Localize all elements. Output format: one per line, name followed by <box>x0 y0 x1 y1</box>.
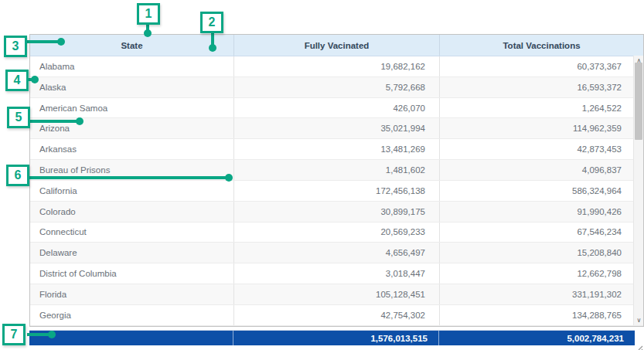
fully-vaccinated-cell: 30,899,175 <box>233 202 439 222</box>
table-row[interactable]: Alaska 5,792,668 16,593,372 <box>30 77 643 98</box>
total-vaccinations-cell: 91,990,426 <box>439 202 643 222</box>
totals-total-vaccinations: 5,002,784,231 <box>438 331 635 345</box>
table-row[interactable]: District of Columbia 3,018,447 12,662,79… <box>30 263 643 284</box>
annotation-6-anchor-dot <box>225 174 233 182</box>
fully-vaccinated-cell: 20,569,233 <box>233 223 439 243</box>
table-header-row: State Fully Vacinated Total Vaccinations <box>30 35 643 56</box>
scrollbar-thumb[interactable] <box>635 63 642 140</box>
data-table: State Fully Vacinated Total Vaccinations… <box>29 34 644 327</box>
annotation-5-box: 5 <box>7 107 30 128</box>
state-cell: California <box>30 181 233 201</box>
fully-vaccinated-cell: 105,128,451 <box>233 284 439 304</box>
fully-vaccinated-cell: 172,456,138 <box>233 181 439 201</box>
fully-vaccinated-cell: 3,018,447 <box>233 263 439 284</box>
annotation-6-box: 6 <box>6 165 29 186</box>
annotation-4-anchor-dot <box>31 76 39 83</box>
total-vaccinations-cell: 67,546,234 <box>439 223 643 243</box>
fully-vaccinated-cell: 426,070 <box>233 98 439 118</box>
table-row[interactable]: California 172,456,138 586,324,964 <box>30 181 643 202</box>
state-cell: Colorado <box>30 202 233 222</box>
total-vaccinations-cell: 114,962,359 <box>439 118 643 138</box>
total-vaccinations-cell: 1,264,522 <box>439 98 643 118</box>
annotation-6-connector <box>28 176 228 179</box>
fully-vaccinated-cell: 19,682,162 <box>233 56 439 76</box>
state-cell: Arkansas <box>30 139 233 159</box>
state-cell: Alaska <box>30 77 233 97</box>
fully-vaccinated-cell: 5,792,668 <box>233 77 439 97</box>
table-row[interactable]: Alabama 19,682,162 60,373,367 <box>30 56 643 77</box>
annotation-3-anchor-dot <box>57 38 65 46</box>
table-row[interactable]: Georgia 42,754,302 134,288,765 <box>30 305 643 326</box>
fully-vaccinated-cell: 4,656,497 <box>233 243 439 263</box>
annotation-2-box: 2 <box>200 12 223 33</box>
annotation-3-box: 3 <box>4 36 27 57</box>
total-vaccinations-cell: 4,096,837 <box>439 160 643 180</box>
vertical-scrollbar[interactable]: ∧ ∨ <box>633 56 643 325</box>
annotation-5-anchor-dot <box>76 117 83 125</box>
totals-fully-vaccinated: 1,576,013,515 <box>233 331 438 345</box>
resize-grip-icon[interactable] <box>635 340 643 348</box>
total-vaccinations-cell: 15,208,840 <box>439 243 643 263</box>
total-vaccinations-cell: 12,662,798 <box>439 263 643 284</box>
state-cell: Connecticut <box>30 223 233 243</box>
fully-vaccinated-cell: 1,481,602 <box>233 160 439 180</box>
header-cell-total-vaccinations[interactable]: Total Vaccinations <box>439 35 643 56</box>
table-row[interactable]: Delaware 4,656,497 15,208,840 <box>30 243 643 263</box>
table-row[interactable]: Florida 105,128,451 331,191,302 <box>30 284 643 305</box>
scroll-down-icon[interactable]: ∨ <box>634 315 644 325</box>
annotation-2-anchor-dot <box>209 44 216 52</box>
state-cell: American Samoa <box>30 98 233 118</box>
state-cell: District of Columbia <box>30 263 233 284</box>
state-cell: Georgia <box>30 305 233 325</box>
annotation-1-anchor-dot <box>144 29 152 37</box>
totals-state-cell <box>29 331 233 345</box>
annotation-7-box: 7 <box>2 324 26 345</box>
fully-vaccinated-cell: 35,021,994 <box>233 118 439 138</box>
table-row[interactable]: Arkansas 13,481,269 42,873,453 <box>30 139 643 160</box>
total-vaccinations-cell: 331,191,302 <box>439 284 643 304</box>
total-vaccinations-cell: 586,324,964 <box>439 181 643 201</box>
table-body: Alabama 19,682,162 60,373,367 Alaska 5,7… <box>30 56 643 326</box>
total-vaccinations-cell: 134,288,765 <box>439 305 643 325</box>
state-cell: Delaware <box>30 243 233 263</box>
table-row[interactable]: American Samoa 426,070 1,264,522 <box>30 98 643 119</box>
table-row[interactable]: Colorado 30,899,175 91,990,426 <box>30 202 643 223</box>
header-cell-fully-vaccinated[interactable]: Fully Vacinated <box>233 35 439 56</box>
table-row[interactable]: Connecticut 20,569,233 67,546,234 <box>30 223 643 243</box>
fully-vaccinated-cell: 13,481,269 <box>233 139 439 159</box>
annotation-3-connector <box>26 40 60 43</box>
annotation-5-connector <box>29 120 79 123</box>
total-vaccinations-cell: 42,873,453 <box>439 139 643 159</box>
annotation-4-box: 4 <box>5 70 29 91</box>
annotation-7-anchor-dot <box>48 331 56 338</box>
fully-vaccinated-cell: 42,754,302 <box>233 305 439 325</box>
table-row[interactable]: Arizona 35,021,994 114,962,359 <box>30 118 643 139</box>
state-cell: Florida <box>30 284 233 304</box>
state-cell: Alabama <box>30 56 233 76</box>
annotation-1-box: 1 <box>137 3 160 25</box>
totals-row: 1,576,013,515 5,002,784,231 <box>29 330 635 345</box>
total-vaccinations-cell: 60,373,367 <box>439 56 643 76</box>
total-vaccinations-cell: 16,593,372 <box>439 77 643 97</box>
